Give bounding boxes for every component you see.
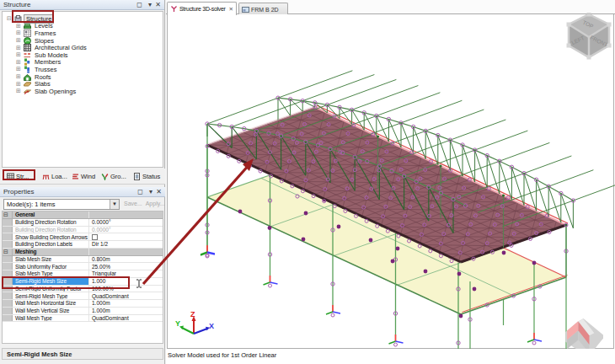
- svg-text:Z: Z: [190, 310, 195, 318]
- svg-text:X: X: [209, 322, 214, 330]
- svg-text:Y: Y: [175, 319, 180, 328]
